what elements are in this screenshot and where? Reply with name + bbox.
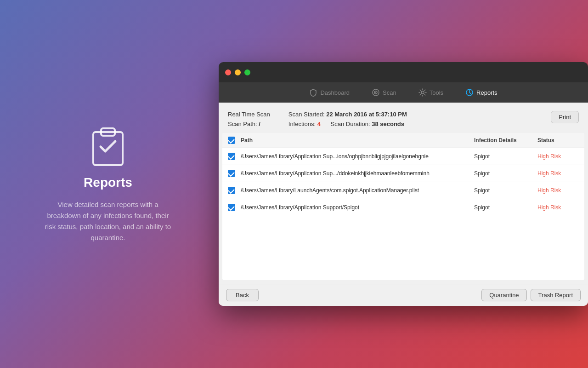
- nav-item-scan[interactable]: Scan: [368, 86, 400, 99]
- table-body: /Users/James/Library/Application Sup...i…: [222, 148, 584, 280]
- left-panel-title: Reports: [84, 175, 132, 190]
- scan-started-row: Scan Started: 22 March 2016 at 5:37:10 P…: [288, 111, 579, 118]
- left-panel: Reports View detailed scan reports with …: [0, 0, 216, 368]
- row-1-status: High Risk: [537, 153, 579, 160]
- scan-path-label: Scan Path:: [228, 121, 257, 127]
- scan-duration-value: 38 seconds: [372, 121, 404, 127]
- th-status: Status: [537, 137, 579, 144]
- infections-table: Path Infection Details Status /Users/Jam…: [222, 133, 584, 280]
- nav-item-reports[interactable]: Reports: [462, 86, 501, 99]
- scan-path-row: Scan Path: /: [228, 121, 270, 127]
- nav-tools-label: Tools: [430, 89, 443, 96]
- row-4-infection: Spigot: [474, 204, 534, 211]
- footer-right: Quarantine Trash Report: [481, 289, 581, 301]
- table-row: /Users/James/Library/Application Support…: [222, 199, 584, 216]
- scan-type-label: Real Time Scan: [228, 111, 270, 118]
- scan-path-value: /: [259, 121, 260, 127]
- th-infection-details: Infection Details: [474, 137, 534, 144]
- infections-label: Infections:: [288, 121, 316, 127]
- footer-left: Back: [226, 289, 259, 301]
- traffic-lights: [225, 69, 250, 75]
- nav-scan-label: Scan: [383, 89, 396, 96]
- table-row: /Users/James/Library/LaunchAgents/com.sp…: [222, 182, 584, 199]
- row-3-status: High Risk: [537, 187, 579, 194]
- row-4-path: /Users/James/Library/Application Support…: [241, 204, 470, 211]
- back-button[interactable]: Back: [226, 289, 259, 301]
- infections-row: Infections: 4 Scan Duration: 38 seconds: [288, 121, 579, 127]
- row-2-infection: Spigot: [474, 170, 534, 177]
- table-row: /Users/James/Library/Application Sup...i…: [222, 148, 584, 165]
- svg-point-5: [421, 91, 424, 94]
- scan-info: Real Time Scan Scan Path: / Scan Started…: [219, 103, 588, 133]
- app-window: Dashboard Scan Tools: [219, 62, 588, 306]
- nav-item-dashboard[interactable]: Dashboard: [305, 86, 353, 99]
- chart-icon: [465, 88, 474, 97]
- radar-icon: [372, 88, 380, 97]
- scan-started-label: Scan Started:: [288, 111, 325, 118]
- left-panel-description: View detailed scan reports with a breakd…: [44, 199, 172, 243]
- clipboard-icon: [90, 125, 126, 166]
- svg-point-4: [375, 92, 376, 93]
- scan-started-value: 22 March 2016 at 5:37:10 PM: [326, 111, 407, 118]
- print-button[interactable]: Print: [551, 111, 579, 123]
- minimize-button[interactable]: [235, 69, 241, 75]
- row-1-infection: Spigot: [474, 153, 534, 160]
- row-3-checkbox[interactable]: [228, 187, 237, 194]
- row-2-status: High Risk: [537, 170, 579, 177]
- footer: Back Quarantine Trash Report: [219, 284, 588, 306]
- row-2-path: /Users/James/Library/Application Sup.../…: [241, 170, 470, 177]
- nav-item-tools[interactable]: Tools: [415, 86, 447, 99]
- table-row: /Users/James/Library/Application Sup.../…: [222, 165, 584, 182]
- nav-dashboard-label: Dashboard: [320, 89, 350, 96]
- header-checkbox[interactable]: [228, 137, 237, 144]
- content-area: Real Time Scan Scan Path: / Scan Started…: [219, 103, 588, 306]
- row-4-checkbox[interactable]: [228, 204, 237, 211]
- row-2-checkbox[interactable]: [228, 170, 237, 177]
- nav-bar: Dashboard Scan Tools: [219, 82, 588, 103]
- th-path: Path: [241, 137, 470, 144]
- trash-report-button[interactable]: Trash Report: [531, 289, 581, 301]
- row-4-status: High Risk: [537, 204, 579, 211]
- scan-info-center: Scan Started: 22 March 2016 at 5:37:10 P…: [288, 111, 579, 127]
- scan-info-left: Real Time Scan Scan Path: /: [228, 111, 270, 127]
- quarantine-button[interactable]: Quarantine: [481, 289, 526, 301]
- shield-icon: [309, 88, 317, 97]
- row-3-infection: Spigot: [474, 187, 534, 194]
- close-button[interactable]: [225, 69, 231, 75]
- row-1-checkbox[interactable]: [228, 153, 237, 160]
- row-1-path: /Users/James/Library/Application Sup...i…: [241, 153, 470, 160]
- maximize-button[interactable]: [244, 69, 250, 75]
- table-header: Path Infection Details Status: [222, 133, 584, 148]
- row-3-path: /Users/James/Library/LaunchAgents/com.sp…: [241, 187, 470, 194]
- infections-count: 4: [317, 121, 321, 127]
- nav-reports-label: Reports: [476, 89, 498, 96]
- title-bar: [219, 62, 588, 82]
- scan-duration-label: Scan Duration:: [331, 121, 370, 127]
- gear-icon: [418, 88, 427, 97]
